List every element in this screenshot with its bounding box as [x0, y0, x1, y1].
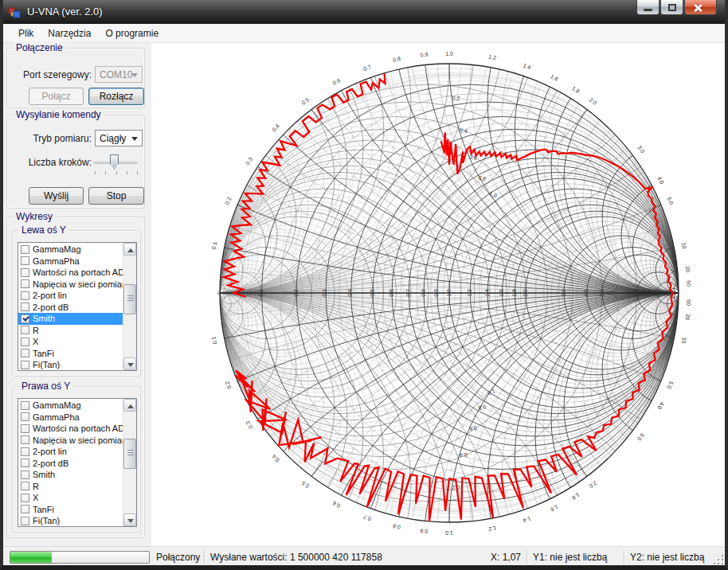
- list-item[interactable]: 2-port lin: [18, 446, 123, 458]
- right-list-scrollbar[interactable]: [123, 399, 136, 526]
- svg-text:20: 20: [685, 314, 691, 321]
- measure-mode-combobox[interactable]: Ciągły: [95, 130, 143, 146]
- checkbox-icon[interactable]: [21, 494, 29, 502]
- checkbox-icon[interactable]: [21, 349, 29, 357]
- checkbox-icon[interactable]: [21, 401, 29, 410]
- checkbox-icon[interactable]: [21, 505, 29, 513]
- serial-port-value: COM10: [100, 69, 132, 80]
- checkbox-icon[interactable]: [21, 256, 29, 265]
- serial-port-combobox[interactable]: COM10: [95, 66, 143, 83]
- list-item[interactable]: Napięcia w sieci pomiarow: [18, 279, 123, 291]
- smith-chart: 00.10.20.30.40.50.60.70.80.91.01.21.41.6…: [151, 43, 725, 546]
- menu-bar: PlikNarzędziaO programie: [0, 24, 728, 43]
- chevron-down-icon: [131, 73, 138, 77]
- left-axis-listbox[interactable]: GammaMagGammaPhaWartości na portach ADCN…: [18, 242, 137, 371]
- progress-bar: [10, 551, 150, 564]
- svg-text:0.6: 0.6: [389, 289, 394, 297]
- list-item[interactable]: 2-port lin: [18, 290, 123, 302]
- checkbox-icon[interactable]: [21, 291, 29, 300]
- checkbox-icon[interactable]: [21, 482, 29, 490]
- checkbox-icon[interactable]: [21, 517, 29, 525]
- list-item-label: R: [33, 326, 39, 335]
- list-item-label: Smith: [33, 470, 55, 479]
- list-item[interactable]: 2-port dB: [18, 458, 123, 470]
- port-label: Port szeregowy:: [14, 69, 92, 80]
- status-sent-values: Wysłane wartości: 1 500000 420 117858: [210, 551, 382, 564]
- scrollbar-thumb[interactable]: [123, 439, 136, 469]
- list-item[interactable]: Smith: [18, 469, 123, 481]
- list-item[interactable]: GammaMag: [18, 244, 123, 256]
- title-bar[interactable]: U-VNA (ver. 2.0): [0, 0, 728, 24]
- svg-text:4.0: 4.0: [656, 401, 665, 411]
- scrollbar-thumb[interactable]: [123, 284, 136, 314]
- triangle-down-icon: [127, 519, 134, 523]
- checkbox-icon[interactable]: [21, 268, 29, 277]
- list-item[interactable]: R: [18, 481, 123, 493]
- minimize-icon: [644, 9, 652, 11]
- checkbox-icon[interactable]: [21, 412, 29, 421]
- menu-item-narzędzia[interactable]: Narzędzia: [41, 25, 98, 41]
- close-button[interactable]: [684, 0, 717, 15]
- stop-button[interactable]: Stop: [88, 187, 144, 205]
- svg-text:4.0: 4.0: [656, 175, 665, 185]
- right-axis-title: Prawa oś Y: [19, 381, 72, 392]
- checkbox-icon[interactable]: [21, 326, 29, 334]
- checkbox-icon[interactable]: [21, 459, 29, 467]
- list-item[interactable]: Smith: [18, 313, 123, 325]
- list-item[interactable]: GammaPha: [18, 256, 123, 267]
- minimize-button[interactable]: [636, 0, 660, 15]
- list-item[interactable]: Fi(Tan): [18, 359, 123, 371]
- maximize-icon: [668, 4, 676, 11]
- chart-panel: 00.10.20.30.40.50.60.70.80.91.01.21.41.6…: [151, 43, 725, 546]
- checkbox-icon[interactable]: [21, 279, 29, 288]
- checkbox-icon[interactable]: [21, 424, 29, 433]
- list-item-label: 2-port lin: [33, 291, 67, 300]
- svg-text:1.4: 1.4: [484, 289, 490, 297]
- connect-button[interactable]: Połącz: [29, 88, 84, 105]
- checkbox-icon[interactable]: [21, 361, 29, 369]
- list-item[interactable]: Wartości na portach ADC: [18, 267, 123, 279]
- scroll-down-button[interactable]: [123, 357, 136, 370]
- list-item[interactable]: TanFi: [18, 348, 123, 360]
- checkbox-icon[interactable]: [21, 470, 29, 479]
- svg-text:50: 50: [686, 280, 691, 287]
- list-item[interactable]: GammaPha: [18, 412, 123, 424]
- list-item[interactable]: TanFi: [18, 504, 123, 516]
- list-item[interactable]: Napięcia w sieci pomiarow: [18, 435, 123, 447]
- resize-grip-icon[interactable]: [714, 555, 723, 564]
- checkbox-icon[interactable]: [21, 314, 29, 323]
- groupbox-command-title: Wysyłanie komendy: [14, 109, 104, 120]
- svg-text:1.0: 1.0: [488, 190, 498, 198]
- right-axis-listbox[interactable]: GammaMagGammaPhaWartości na portach ADCN…: [18, 398, 137, 527]
- checkbox-icon[interactable]: [21, 245, 29, 254]
- list-item-label: TanFi: [33, 505, 54, 514]
- send-button[interactable]: Wyślij: [29, 187, 84, 205]
- disconnect-button[interactable]: Rozłącz: [88, 88, 144, 105]
- svg-text:3.0: 3.0: [636, 432, 646, 442]
- left-list-scrollbar[interactable]: [123, 243, 136, 370]
- checkbox-icon[interactable]: [21, 338, 29, 346]
- scroll-up-button[interactable]: [123, 399, 136, 412]
- svg-text:0.4: 0.4: [460, 127, 468, 134]
- status-bar: Połączony Wysłane wartości: 1 500000 420…: [3, 546, 725, 567]
- menu-item-plik[interactable]: Plik: [11, 25, 41, 41]
- svg-text:20: 20: [653, 290, 659, 296]
- svg-text:10: 10: [633, 290, 639, 296]
- checkbox-icon[interactable]: [21, 447, 29, 456]
- list-item[interactable]: Wartości na portach ADC: [18, 423, 123, 435]
- list-item[interactable]: X: [18, 492, 123, 504]
- checkbox-icon[interactable]: [21, 435, 29, 444]
- maximize-button[interactable]: [660, 0, 683, 15]
- list-item[interactable]: GammaMag: [18, 400, 123, 412]
- list-item[interactable]: Fi(Tan): [18, 515, 123, 527]
- steps-slider-thumb[interactable]: [110, 154, 119, 170]
- svg-text:0.6: 0.6: [331, 77, 341, 86]
- menu-item-o-programie[interactable]: O programie: [98, 25, 166, 41]
- scroll-down-button[interactable]: [123, 513, 136, 526]
- scroll-up-button[interactable]: [123, 243, 136, 256]
- list-item[interactable]: 2-port dB: [18, 302, 123, 314]
- list-item[interactable]: R: [18, 325, 123, 337]
- list-item[interactable]: X: [18, 336, 123, 348]
- checkbox-icon[interactable]: [21, 303, 29, 311]
- left-axis-title: Lewa oś Y: [19, 224, 68, 236]
